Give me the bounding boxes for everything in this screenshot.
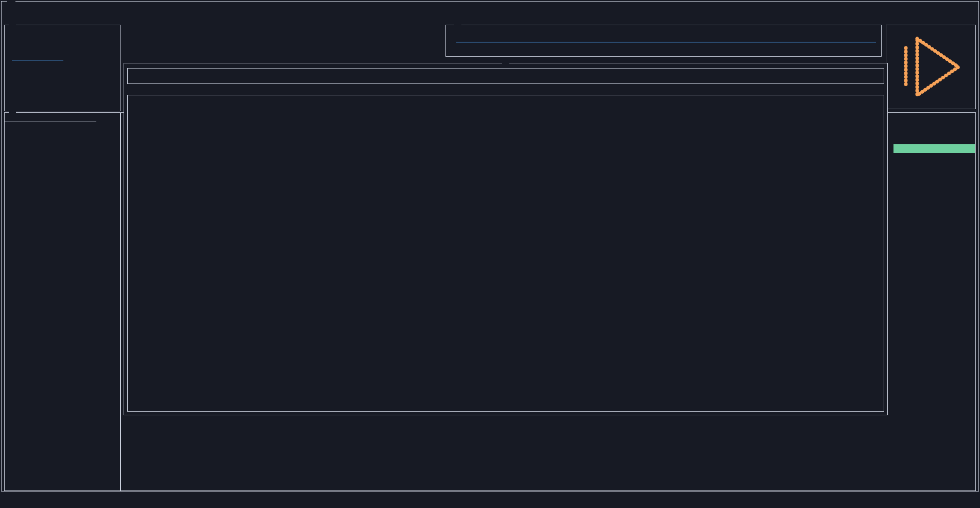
play-logo-icon xyxy=(899,32,964,101)
rotten-tomatoes-column-header xyxy=(448,95,531,104)
root-folder-value xyxy=(8,73,117,82)
check-column-header xyxy=(131,95,144,104)
uptime xyxy=(8,39,117,48)
download-progress-gauge xyxy=(456,40,876,44)
disk-usage-gauge xyxy=(12,58,63,62)
title-column-header xyxy=(144,95,286,104)
disk-usage xyxy=(8,56,117,65)
bottom-keybindings xyxy=(1,491,979,507)
search-results-table xyxy=(127,95,884,412)
downloads-panel xyxy=(445,25,882,57)
radarr-version xyxy=(8,30,117,39)
add-movie-modal xyxy=(124,63,888,415)
logo-panel xyxy=(886,25,976,109)
imdb-column-header xyxy=(398,95,448,104)
movies-tabs xyxy=(5,113,96,122)
download-progress-row xyxy=(451,38,876,47)
root-folders-label xyxy=(8,64,117,73)
downloads-panel-title xyxy=(454,21,461,29)
runtime-column-header xyxy=(337,95,398,104)
year-column-header xyxy=(286,95,337,104)
search-box xyxy=(127,68,884,84)
app-title xyxy=(7,0,15,9)
stats-panel-title xyxy=(9,21,16,29)
storage-label xyxy=(8,47,117,56)
stats-panel xyxy=(4,25,121,111)
movies-column-header xyxy=(5,128,120,137)
movies-panel-title xyxy=(9,108,16,117)
genres-column-header xyxy=(531,95,881,104)
results-header-row xyxy=(128,95,884,104)
tags-value[interactable] xyxy=(893,144,975,153)
movies-panel xyxy=(4,112,121,491)
download-item-title xyxy=(451,29,876,38)
movie-search-input[interactable] xyxy=(128,69,884,83)
add-movie-title xyxy=(502,59,509,67)
